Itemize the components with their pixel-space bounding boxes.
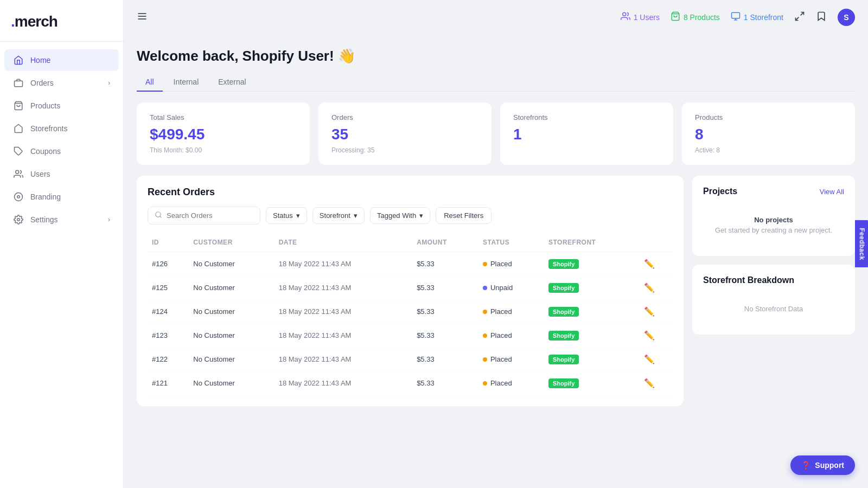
stat-sub: This Month: $0.00 [150,146,297,154]
edit-icon[interactable]: ✏️ [644,331,655,340]
status-dot [483,262,487,266]
chevron-down-icon: ▾ [296,211,300,220]
users-icon [13,169,24,179]
orders-tbody: #126 No Customer 18 May 2022 11:43 AM $5… [148,252,673,395]
content-area: Welcome back, Shopify User! 👋 All Intern… [124,35,868,488]
sidebar-item-settings[interactable]: Settings › [4,209,119,230]
users-badge-icon [621,11,630,23]
cell-customer: No Customer [189,300,274,324]
cell-storefront: Shopify [544,371,640,395]
avatar[interactable]: S [838,9,855,26]
table-row[interactable]: #121 No Customer 18 May 2022 11:43 AM $5… [148,371,673,395]
table-row[interactable]: #124 No Customer 18 May 2022 11:43 AM $5… [148,300,673,324]
users-count: 1 Users [634,13,660,22]
table-row[interactable]: #125 No Customer 18 May 2022 11:43 AM $5… [148,276,673,300]
chevron-right-icon: › [108,216,110,223]
cell-edit[interactable]: ✏️ [640,276,673,300]
cell-status: Unpaid [478,276,544,300]
cell-storefront: Shopify [544,276,640,300]
logo[interactable]: .merch [11,13,112,30]
storefront-filter-label: Storefront [320,211,350,220]
sidebar-item-label: Users [30,170,50,178]
cell-amount: $5.33 [412,348,478,371]
col-customer: CUSTOMER [189,233,274,252]
main-content: 1 Users 8 Products 1 Storefront S [124,0,868,488]
storefront-filter[interactable]: Storefront ▾ [312,207,365,224]
table-row[interactable]: #123 No Customer 18 May 2022 11:43 AM $5… [148,324,673,348]
col-amount: AMOUNT [412,233,478,252]
navigation: Home Orders › Products Storefronts Cou [0,42,123,488]
cell-amount: $5.33 [412,300,478,324]
tab-all[interactable]: All [137,73,163,92]
sidebar-item-coupons[interactable]: Coupons [4,140,119,162]
status-filter[interactable]: Status ▾ [266,207,307,224]
bookmark-icon[interactable] [816,11,827,24]
storefront-breakdown-card: Storefront Breakdown No Storefront Data [692,265,855,335]
edit-icon[interactable]: ✏️ [644,378,655,388]
feedback-tab[interactable]: Feedback [854,220,868,267]
col-status: STATUS [478,233,544,252]
sidebar-item-users[interactable]: Users [4,163,119,185]
edit-icon[interactable]: ✏️ [644,259,655,268]
products-badge[interactable]: 8 Products [671,11,720,23]
stat-label: Orders [331,113,478,121]
expand-icon[interactable] [794,11,805,24]
sidebar-item-branding[interactable]: Branding [4,186,119,208]
reset-filters-button[interactable]: Reset Filters [436,207,492,224]
svg-point-10 [622,12,626,16]
cell-id: #121 [148,371,189,395]
search-box[interactable] [148,207,260,224]
cell-id: #126 [148,252,189,276]
cell-customer: No Customer [189,371,274,395]
view-all-link[interactable]: View All [820,188,844,196]
storefront-badge[interactable]: 1 Storefront [731,11,783,23]
cell-edit[interactable]: ✏️ [640,371,673,395]
cell-edit[interactable]: ✏️ [640,348,673,371]
cell-id: #125 [148,276,189,300]
search-input[interactable] [167,211,253,220]
stat-sub: Processing: 35 [331,146,478,154]
storefront-badge-icon [731,11,741,23]
topbar-left [137,11,148,24]
support-button[interactable]: ❓ Support [790,455,855,475]
sidebar-item-products[interactable]: Products [4,95,119,117]
cell-edit[interactable]: ✏️ [640,300,673,324]
cell-amount: $5.33 [412,324,478,348]
projects-header: Projects View All [703,187,844,196]
cell-amount: $5.33 [412,252,478,276]
tagged-with-filter[interactable]: Tagged With ▾ [370,207,430,224]
breakdown-empty: No Storefront Data [703,294,844,324]
svg-point-15 [156,212,161,217]
table-row[interactable]: #126 No Customer 18 May 2022 11:43 AM $5… [148,252,673,276]
chevron-down-icon: ▾ [354,211,358,220]
sidebar: .merch Home Orders › Products St [0,0,124,488]
cell-edit[interactable]: ✏️ [640,324,673,348]
breakdown-header: Storefront Breakdown [703,275,844,285]
welcome-header: Welcome back, Shopify User! 👋 [137,35,855,73]
cell-date: 18 May 2022 11:43 AM [275,276,412,300]
status-filter-label: Status [273,211,293,220]
cell-storefront: Shopify [544,300,640,324]
table-row[interactable]: #122 No Customer 18 May 2022 11:43 AM $5… [148,348,673,371]
sidebar-item-storefronts[interactable]: Storefronts [4,118,119,139]
edit-icon[interactable]: ✏️ [644,307,655,316]
products-count: 8 Products [684,13,720,22]
edit-icon[interactable]: ✏️ [644,355,655,364]
sidebar-item-label: Products [30,101,60,110]
users-badge[interactable]: 1 Users [621,11,660,23]
tab-internal[interactable]: Internal [165,73,208,92]
col-actions [640,233,673,252]
cell-edit[interactable]: ✏️ [640,252,673,276]
menu-icon[interactable] [137,11,148,24]
shopify-badge: Shopify [548,355,579,364]
tab-bar: All Internal External [137,73,855,92]
shopify-badge: Shopify [548,259,579,269]
storefronts-icon [13,123,24,134]
sidebar-item-home[interactable]: Home [4,49,119,71]
products-icon [13,100,24,111]
edit-icon[interactable]: ✏️ [644,283,655,292]
tab-external[interactable]: External [209,73,254,92]
stat-card-total-sales: Total Sales $499.45 This Month: $0.00 [137,102,310,165]
orders-header: Recent Orders [148,187,673,198]
sidebar-item-orders[interactable]: Orders › [4,72,119,94]
